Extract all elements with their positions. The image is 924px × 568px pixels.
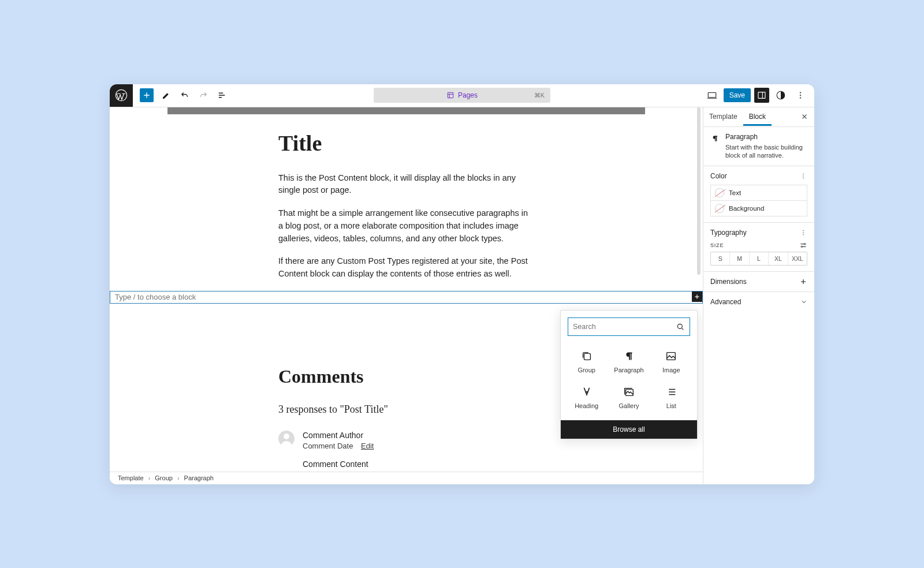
- content-paragraph[interactable]: That might be a simple arrangement like …: [278, 207, 532, 245]
- document-switcher[interactable]: Pages ⌘K: [374, 88, 550, 103]
- svg-point-13: [803, 175, 804, 177]
- svg-point-16: [803, 232, 804, 233]
- styles-icon[interactable]: [773, 87, 789, 103]
- avatar: [278, 431, 295, 447]
- more-options-icon[interactable]: [799, 172, 807, 180]
- settings-panel-toggle-icon[interactable]: [754, 88, 769, 103]
- top-toolbar: Pages ⌘K Save: [110, 84, 814, 107]
- device-preview-icon[interactable]: [704, 87, 720, 103]
- svg-rect-2: [708, 93, 716, 98]
- tab-block[interactable]: Block: [743, 107, 772, 126]
- content-paragraph[interactable]: This is the Post Content block, it will …: [278, 172, 532, 197]
- breadcrumb-item[interactable]: Template: [118, 474, 144, 481]
- color-swatch-empty: [715, 204, 724, 213]
- browse-all-button[interactable]: Browse all: [561, 420, 697, 439]
- list-view-icon[interactable]: [214, 87, 230, 103]
- svg-rect-3: [758, 92, 765, 99]
- main-area: Title This is the Post Content block, it…: [110, 107, 814, 484]
- redo-icon[interactable]: [195, 87, 211, 103]
- block-heading[interactable]: Heading: [567, 381, 606, 414]
- undo-icon[interactable]: [177, 87, 193, 103]
- tools-right: Save: [704, 87, 814, 103]
- search-icon: [676, 322, 685, 331]
- color-swatch-empty: [715, 188, 724, 197]
- tools-left: [133, 87, 230, 103]
- svg-rect-9: [584, 353, 590, 360]
- svg-point-15: [803, 230, 804, 231]
- save-button[interactable]: Save: [724, 88, 751, 102]
- inserter-search[interactable]: [568, 317, 690, 336]
- close-sidebar-icon[interactable]: [795, 113, 814, 121]
- svg-point-12: [803, 174, 804, 175]
- advanced-panel[interactable]: Advanced: [703, 292, 814, 312]
- options-icon[interactable]: [792, 87, 808, 103]
- block-group[interactable]: Group: [567, 345, 606, 379]
- font-size-buttons: S M L XL XXL: [710, 252, 807, 266]
- size-l[interactable]: L: [750, 252, 769, 265]
- chevron-right-icon: ›: [148, 474, 151, 481]
- breadcrumb-item[interactable]: Group: [155, 474, 173, 481]
- page-header-placeholder: [167, 107, 645, 114]
- block-description: Start with the basic building block of a…: [725, 143, 807, 160]
- svg-point-7: [800, 97, 801, 98]
- post-content: Title This is the Post Content block, it…: [110, 114, 703, 281]
- color-panel: Color Text Background: [703, 166, 814, 223]
- block-gallery[interactable]: Gallery: [609, 381, 649, 414]
- comment-content: Comment Content: [303, 459, 374, 469]
- inserter-search-input[interactable]: [573, 323, 676, 331]
- comment-author: Comment Author: [303, 431, 374, 440]
- size-xxl[interactable]: XXL: [788, 252, 807, 265]
- color-heading: Color: [710, 172, 727, 180]
- color-text-row[interactable]: Text: [710, 185, 807, 201]
- size-xl[interactable]: XL: [769, 252, 788, 265]
- block-paragraph[interactable]: Paragraph: [609, 345, 649, 379]
- page-title[interactable]: Title: [278, 130, 648, 156]
- block-image[interactable]: Image: [651, 345, 691, 379]
- svg-point-17: [803, 234, 804, 236]
- settings-sidebar: Template Block Paragraph Start with the …: [703, 107, 814, 484]
- svg-point-14: [803, 178, 804, 179]
- block-info: Paragraph Start with the basic building …: [703, 127, 814, 167]
- inserter-grid: Group Paragraph Image Heading: [561, 343, 697, 420]
- shortcut-hint: ⌘K: [534, 92, 545, 99]
- edit-tool-icon[interactable]: [158, 87, 174, 103]
- svg-rect-10: [667, 353, 676, 360]
- more-options-icon[interactable]: [799, 229, 807, 237]
- breadcrumb-item[interactable]: Paragraph: [184, 474, 214, 481]
- size-s[interactable]: S: [711, 252, 730, 265]
- canvas-wrap: Title This is the Post Content block, it…: [110, 107, 703, 484]
- size-label: SIZE: [710, 242, 724, 248]
- paragraph-icon: [710, 134, 720, 143]
- dimensions-panel[interactable]: Dimensions: [703, 272, 814, 292]
- svg-point-5: [800, 92, 801, 93]
- sidebar-tabs: Template Block: [703, 107, 814, 127]
- svg-point-18: [804, 244, 805, 245]
- wordpress-logo[interactable]: [110, 84, 133, 107]
- gallery-icon: [623, 386, 635, 398]
- svg-point-8: [677, 324, 682, 328]
- block-list[interactable]: List: [651, 381, 691, 414]
- content-paragraph[interactable]: If there are any Custom Post Types regis…: [278, 255, 532, 281]
- svg-point-19: [802, 246, 803, 247]
- comment-edit-link[interactable]: Edit: [361, 442, 374, 450]
- inline-inserter-icon[interactable]: [692, 292, 702, 302]
- chevron-right-icon: ›: [177, 474, 180, 481]
- editor-canvas[interactable]: Title This is the Post Content block, it…: [110, 107, 703, 472]
- pages-icon: [446, 91, 454, 99]
- svg-rect-1: [448, 92, 453, 98]
- plus-icon: [799, 278, 807, 286]
- settings-sliders-icon[interactable]: [799, 241, 807, 249]
- block-inserter-popover: Group Paragraph Image Heading: [560, 310, 698, 439]
- block-name: Paragraph: [725, 133, 807, 141]
- color-background-row[interactable]: Background: [710, 201, 807, 216]
- tab-template[interactable]: Template: [703, 107, 743, 126]
- new-paragraph-block[interactable]: [110, 291, 703, 304]
- editor-window: Pages ⌘K Save: [110, 84, 814, 484]
- size-m[interactable]: M: [730, 252, 749, 265]
- scrollbar[interactable]: [697, 107, 701, 275]
- comment-date: Comment Date: [303, 442, 353, 450]
- add-block-button[interactable]: [140, 88, 154, 102]
- image-icon: [665, 350, 677, 363]
- block-placeholder-input[interactable]: [110, 293, 702, 301]
- breadcrumb: Template › Group › Paragraph: [110, 472, 703, 484]
